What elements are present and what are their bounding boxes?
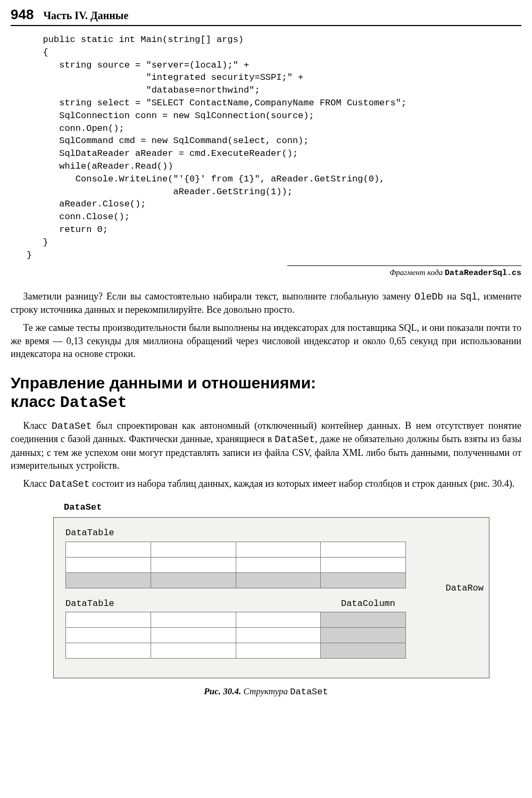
code-fragment-caption: Фрагмент кода DataReaderSql.cs: [287, 265, 521, 279]
fragment-prefix: Фрагмент кода: [389, 268, 445, 277]
datatable-2: [65, 612, 406, 659]
paragraph-2: Те же самые тесты производительности был…: [11, 321, 521, 360]
section-heading: Управление данными и отношениями: класс …: [11, 374, 521, 412]
fragment-filename: DataReaderSql.cs: [445, 269, 521, 278]
dataset-box: DataTable DataRow DataTable DataColumn: [53, 517, 489, 679]
figure-30-4: DataSet DataTable DataRow DataTable Data…: [53, 502, 489, 679]
datatable-label-2: DataTable: [65, 598, 114, 610]
paragraph-3: Класс DataSet был спроектирован как авто…: [11, 419, 521, 472]
code-block: public static int Main(string[] args) { …: [27, 34, 521, 261]
datacolumn-label: DataColumn: [341, 598, 395, 610]
datarow-label: DataRow: [446, 583, 484, 595]
dataset-label: DataSet: [64, 502, 489, 514]
datatable-label-1: DataTable: [65, 527, 441, 539]
paragraph-4: Класс DataSet состоит из набора таблиц д…: [11, 477, 521, 491]
part-title: Часть IV. Данные: [43, 9, 128, 23]
paragraph-1: Заметили разницу? Если вы самостоятельно…: [11, 290, 521, 317]
figure-caption: Рис. 30.4. Структура DataSet: [11, 686, 521, 699]
page-number: 948: [11, 5, 34, 24]
datatable-1: [65, 542, 406, 588]
page-header: 948 Часть IV. Данные: [11, 5, 521, 26]
